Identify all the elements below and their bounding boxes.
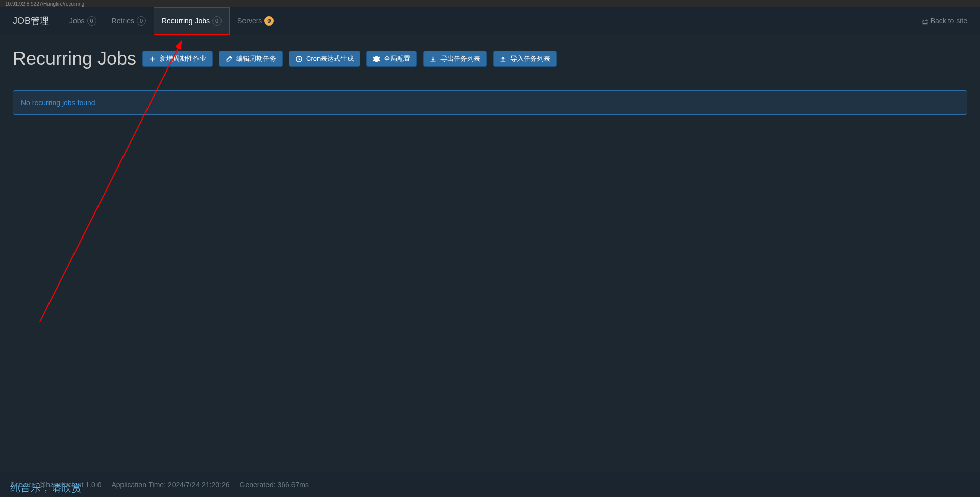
button-label: 导入任务列表 (510, 54, 550, 63)
export-tasks-button[interactable]: 导出任务列表 (423, 51, 487, 67)
nav-tab-label: Recurring Jobs (162, 17, 210, 25)
footer-servers: Servers: @hangfiretext 1.0.0 (10, 481, 101, 489)
cron-generator-button[interactable]: Cron表达式生成 (289, 51, 360, 67)
back-to-site-label: Back to site (930, 17, 967, 25)
create-recurring-button[interactable]: 新增周期性作业 (142, 51, 213, 67)
share-icon (922, 18, 928, 25)
upload-icon (500, 56, 506, 62)
nav-tab-label: Retries (112, 17, 134, 25)
plus-icon (149, 56, 156, 62)
browser-chrome-bar: 10.91.92.8:9227/Hangfire/recurring (0, 0, 980, 7)
nav-tab-label: Servers (237, 17, 262, 25)
gear-icon (373, 56, 380, 62)
button-label: 全局配置 (384, 54, 410, 63)
nav-tab-count: 0 (212, 16, 222, 26)
top-navbar: JOB管理 Jobs 0 Retries 0 Recurring Jobs 0 … (0, 7, 980, 35)
nav-tab-count: 0 (87, 16, 96, 26)
app-brand[interactable]: JOB管理 (13, 15, 49, 27)
import-tasks-button[interactable]: 导入任务列表 (493, 51, 557, 67)
button-label: 编辑周期任务 (236, 54, 276, 63)
nav-tab-retries[interactable]: Retries 0 (104, 7, 154, 35)
footer-bar: Servers: @hangfiretext 1.0.0 Application… (0, 472, 980, 497)
nav-tab-count: 0 (137, 16, 146, 26)
nav-tab-count: 0 (264, 16, 274, 26)
button-label: Cron表达式生成 (306, 54, 354, 63)
nav-tab-servers[interactable]: Servers 0 (230, 7, 281, 35)
nav-tab-recurring[interactable]: Recurring Jobs 0 (154, 7, 230, 35)
back-to-site-link[interactable]: Back to site (922, 17, 967, 25)
main-container: Recurring Jobs 新增周期性作业 编辑周期任务 Cron表达式生成 … (0, 35, 980, 128)
edit-recurring-button[interactable]: 编辑周期任务 (219, 51, 283, 67)
clock-icon (296, 56, 302, 62)
download-icon (430, 56, 436, 62)
global-config-button[interactable]: 全局配置 (366, 51, 417, 67)
nav-tab-label: Jobs (69, 17, 85, 25)
url-fragment: 10.91.92.8:9227/Hangfire/recurring (5, 1, 84, 7)
page-title: Recurring Jobs (13, 48, 136, 69)
button-label: 导出任务列表 (440, 54, 480, 63)
nav-tabs: Jobs 0 Retries 0 Recurring Jobs 0 Server… (62, 7, 922, 35)
footer-generated: Generated: 366.67ms (240, 481, 309, 489)
pencil-icon (226, 56, 232, 62)
footer-app-time: Application Time: 2024/7/24 21:20:26 (111, 481, 229, 489)
button-label: 新增周期性作业 (160, 54, 206, 63)
page-header: Recurring Jobs 新增周期性作业 编辑周期任务 Cron表达式生成 … (13, 48, 967, 80)
nav-tab-jobs[interactable]: Jobs 0 (62, 7, 104, 35)
empty-state-alert: No recurring jobs found. (13, 90, 967, 115)
